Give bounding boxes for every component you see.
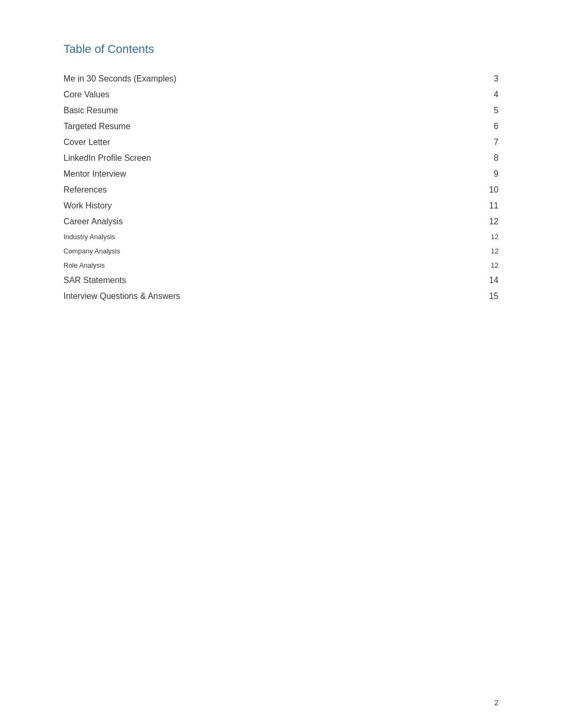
toc-entry-label: Career Analysis [64,214,477,230]
toc-entry-page: 4 [477,87,498,103]
toc-entry-label: Targeted Resume [64,119,477,134]
toc-entry-label: Cover Letter [64,134,477,150]
toc-row: Basic Resume5 [64,103,498,119]
toc-entry-label: SAR Statements [64,272,477,288]
toc-entry-label: Basic Resume [64,103,477,119]
toc-entry-page: 12 [477,258,498,272]
page-number: 2 [494,698,498,707]
toc-table: Me in 30 Seconds (Examples)3Core Values4… [64,71,498,304]
toc-row: Targeted Resume6 [64,119,498,134]
toc-row: Mentor Interview9 [64,166,498,182]
toc-row: LinkedIn Profile Screen8 [64,150,498,166]
toc-row: Cover Letter7 [64,134,498,150]
toc-entry-page: 12 [477,244,498,258]
toc-entry-label: References [64,182,477,198]
toc-entry-page: 14 [477,272,498,288]
toc-row: Me in 30 Seconds (Examples)3 [64,71,498,87]
toc-row: Core Values4 [64,87,498,103]
toc-row: Career Analysis12 [64,214,498,230]
toc-entry-label: Role Analysis [64,258,477,272]
toc-entry-label: Mentor Interview [64,166,477,182]
page: Table of Contents Me in 30 Seconds (Exam… [0,0,562,728]
toc-entry-label: Company Analysis [64,244,477,258]
toc-row: Industry Analysis12 [64,230,498,244]
toc-entry-page: 9 [477,166,498,182]
toc-entry-page: 6 [477,119,498,134]
toc-entry-page: 12 [477,214,498,230]
toc-entry-label: Interview Questions & Answers [64,288,477,304]
toc-entry-page: 8 [477,150,498,166]
toc-entry-page: 12 [477,230,498,244]
toc-entry-page: 10 [477,182,498,198]
toc-row: SAR Statements14 [64,272,498,288]
toc-row: Work History11 [64,198,498,214]
toc-entry-page: 5 [477,103,498,119]
toc-entry-page: 11 [477,198,498,214]
toc-entry-page: 15 [477,288,498,304]
toc-entry-label: Industry Analysis [64,230,477,244]
toc-entry-page: 3 [477,71,498,87]
toc-row: Company Analysis12 [64,244,498,258]
toc-row: Interview Questions & Answers15 [64,288,498,304]
toc-entry-label: Core Values [64,87,477,103]
toc-row: References10 [64,182,498,198]
toc-heading: Table of Contents [64,42,498,56]
toc-entry-page: 7 [477,134,498,150]
toc-entry-label: LinkedIn Profile Screen [64,150,477,166]
toc-row: Role Analysis12 [64,258,498,272]
toc-entry-label: Me in 30 Seconds (Examples) [64,71,477,87]
toc-entry-label: Work History [64,198,477,214]
